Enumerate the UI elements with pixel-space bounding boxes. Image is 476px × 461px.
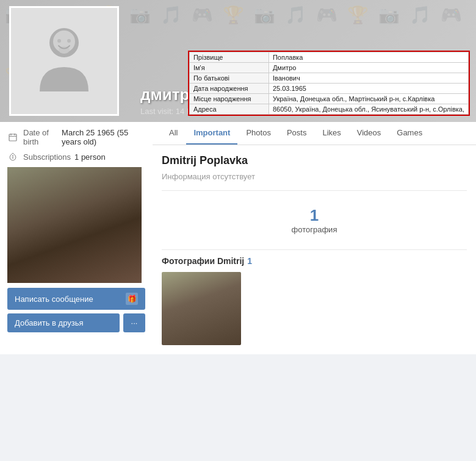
personal-info-table: ПрізвищеПоплавкаІм'яДмитроПо батьковіІва… (189, 52, 469, 115)
dob-value: March 25 1965 (55 years old) (62, 128, 145, 146)
tab-photos[interactable]: Photos (239, 122, 278, 145)
divider-2 (162, 249, 467, 250)
dob-label: Date of birth (23, 128, 58, 146)
divider-1 (162, 190, 467, 191)
tab-important[interactable]: Important (186, 122, 237, 145)
subs-label: Subscriptions (23, 152, 71, 162)
svg-rect-5 (9, 134, 16, 141)
info-table-label: Місце народження (189, 94, 269, 104)
subs-value: 1 person (74, 152, 106, 162)
svg-point-3 (57, 39, 61, 43)
info-table-value: Дмитро (269, 63, 468, 73)
main-content-area: Date of birth March 25 1965 (55 years ol… (0, 122, 476, 354)
person-name-heading: Dmitrij Poplavka (162, 154, 467, 167)
more-dots: ··· (131, 318, 138, 327)
photo-thumbnail[interactable] (162, 272, 241, 345)
no-info-text: Информация отсутствует (162, 172, 467, 181)
info-table-label: Прізвище (189, 52, 269, 63)
photos-section-count: 1 (247, 256, 252, 266)
info-overlay-table: ПрізвищеПоплавкаІм'яДмитроПо батьковіІва… (188, 51, 470, 116)
send-message-button[interactable]: Написать сообщение 🎁 (7, 288, 145, 310)
photos-section-title: Фотографии Dmitrij 1 (162, 256, 467, 266)
right-main-area: AllImportantPhotosPostsLikesVideosGames … (153, 122, 476, 354)
more-options-button[interactable]: ··· (123, 313, 145, 332)
send-message-label: Написать сообщение (15, 295, 93, 304)
dob-row: Date of birth March 25 1965 (55 years ol… (7, 128, 145, 146)
info-table-value: Іванович (269, 73, 468, 84)
tab-posts[interactable]: Posts (279, 122, 314, 145)
info-table-label: Дата народження (189, 84, 269, 94)
gift-icon: 🎁 (126, 293, 138, 305)
photos-section-label: Фотографии Dmitrij (162, 256, 244, 266)
add-friend-button[interactable]: Добавить в друзья (7, 313, 120, 332)
info-table-label: Ім'я (189, 63, 269, 73)
svg-point-4 (67, 39, 71, 43)
photos-count-block: 1 фотография (162, 200, 467, 240)
content-area: Dmitrij Poplavka Информация отсутствует … (153, 145, 476, 354)
profile-photo-small (7, 167, 142, 283)
photos-count-label: фотография (168, 225, 461, 234)
profile-banner: 📷🎵🎮🏆 📷🎵🎮🏆 📷🎵🎮🏆 📷🎵🎮🏆 дмитрий поплавка Las… (0, 0, 476, 122)
left-sidebar: Date of birth March 25 1965 (55 years ol… (0, 122, 153, 354)
svg-point-9 (12, 157, 13, 159)
info-table-value: 25.03.1965 (269, 84, 468, 94)
profile-avatar (9, 6, 119, 116)
info-table-label: По батькові (189, 73, 269, 84)
info-table-label: Адреса (189, 104, 269, 115)
tab-games[interactable]: Games (389, 122, 430, 145)
dob-icon (7, 132, 18, 143)
tab-all[interactable]: All (162, 122, 185, 145)
photo-placeholder (7, 167, 142, 283)
add-friend-label: Добавить в друзья (15, 318, 84, 327)
info-table-value: Україна, Донецька обл., Мартінський р-н,… (269, 94, 468, 104)
tab-likes[interactable]: Likes (315, 122, 348, 145)
photos-count: 1 (168, 206, 461, 225)
tabs-bar: AllImportantPhotosPostsLikesVideosGames (153, 122, 476, 145)
tab-videos[interactable]: Videos (350, 122, 389, 145)
subs-icon (7, 151, 18, 162)
info-table-value: 86050, Україна, Донецька обл., Ясинуватс… (269, 104, 468, 115)
info-table-value: Поплавка (269, 52, 468, 63)
subscriptions-row: Subscriptions 1 person (7, 151, 145, 162)
